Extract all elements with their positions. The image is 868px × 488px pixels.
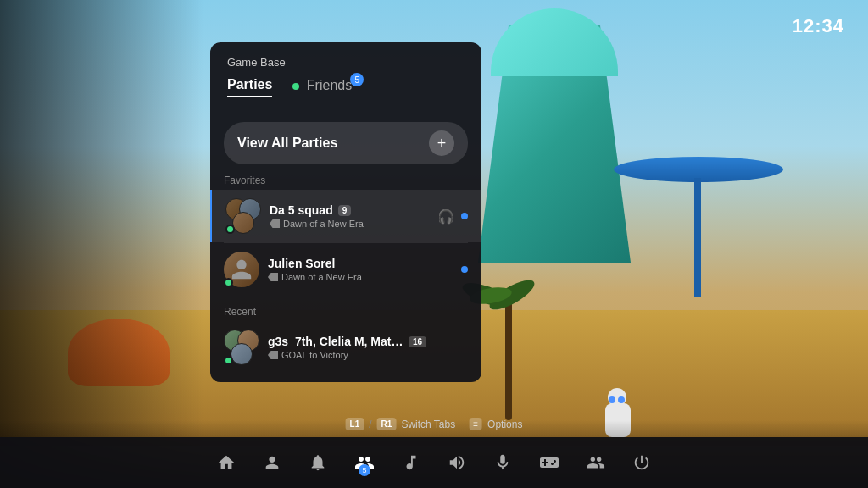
favorites-label: Favorites xyxy=(210,164,481,190)
tabs-container: Parties Friends 5 xyxy=(227,77,465,108)
bottom-hints: L1 / R1 Switch Tabs ≡ Options xyxy=(346,418,523,430)
avatar-face-3 xyxy=(232,212,254,234)
party-item-g3s[interactable]: g3s_7th, Clelia M, Mati... 16 GOAL to Vi… xyxy=(210,321,481,374)
taskbar-controller[interactable] xyxy=(539,452,559,473)
avatar-wrap-julien xyxy=(224,252,259,287)
taskbar: 5 xyxy=(0,437,868,488)
friends-badge: 5 xyxy=(350,73,364,86)
friends-online-dot xyxy=(292,83,299,90)
party-info-da5squad: Da 5 squad 9 Dawn of a New Era xyxy=(270,203,431,229)
panel-header: Game Base Parties Friends 5 xyxy=(210,42,481,108)
taskbar-notifications[interactable] xyxy=(309,453,327,472)
hint-switch-tabs: L1 / R1 Switch Tabs xyxy=(346,418,456,430)
tab-parties[interactable]: Parties xyxy=(227,77,272,97)
party-name-julien: Julien Sorel xyxy=(268,257,454,270)
online-indicator-da5squad xyxy=(461,213,468,219)
bg-carousel xyxy=(614,127,783,297)
add-party-button[interactable]: + xyxy=(429,130,454,156)
party-game-da5squad: Dawn of a New Era xyxy=(270,219,431,229)
switch-tabs-label: Switch Tabs xyxy=(401,419,455,430)
headphones-icon: 🎧 xyxy=(437,208,454,225)
view-all-label: View All Parties xyxy=(237,136,337,151)
game-icon-julien xyxy=(268,273,278,281)
taskbar-mic[interactable] xyxy=(493,453,512,472)
l1-badge: L1 xyxy=(346,418,364,430)
options-label: Options xyxy=(487,419,522,430)
tab-friends[interactable]: Friends 5 xyxy=(292,78,352,97)
gamebase-panel: Game Base Parties Friends 5 View All Par… xyxy=(210,42,481,382)
hint-sep-1: / xyxy=(369,419,371,430)
recent-label: Recent xyxy=(210,296,481,321)
game-icon-da5squad xyxy=(270,219,280,228)
party-info-julien: Julien Sorel Dawn of a New Era xyxy=(268,257,454,282)
party-actions-julien xyxy=(461,266,468,273)
clock: 12:34 xyxy=(793,15,844,37)
taskbar-music[interactable] xyxy=(402,453,420,472)
avatar-status-g3s xyxy=(224,356,233,365)
r1-badge: R1 xyxy=(377,418,397,430)
avatar-wrap-da5squad xyxy=(225,198,261,234)
party-game-julien: Dawn of a New Era xyxy=(268,272,454,282)
taskbar-icons: 5 xyxy=(0,452,868,473)
options-badge: ≡ xyxy=(469,418,482,430)
person-icon-julien xyxy=(230,258,253,281)
game-icon-g3s xyxy=(268,351,278,359)
bg-overlay-left xyxy=(0,0,203,488)
avatar-face-g3s-3 xyxy=(231,343,253,365)
panel-title: Game Base xyxy=(227,56,465,69)
party-count-g3s: 16 xyxy=(409,336,426,347)
taskbar-home[interactable] xyxy=(217,453,236,472)
taskbar-power[interactable] xyxy=(632,453,651,472)
taskbar-volume[interactable] xyxy=(448,453,466,472)
taskbar-gamebase[interactable] xyxy=(263,453,281,472)
party-actions-da5squad: 🎧 xyxy=(437,208,468,225)
hint-options: ≡ Options xyxy=(469,418,522,430)
party-game-g3s: GOAL to Victory xyxy=(268,350,468,360)
parties-badge: 5 xyxy=(359,464,370,476)
avatar-status-julien xyxy=(224,278,233,287)
party-name-da5squad: Da 5 squad 9 xyxy=(270,203,431,217)
taskbar-profile[interactable] xyxy=(587,453,605,472)
online-indicator-julien xyxy=(461,266,468,273)
party-item-julien[interactable]: Julien Sorel Dawn of a New Era xyxy=(210,243,481,296)
party-item-da5squad[interactable]: Da 5 squad 9 Dawn of a New Era 🎧 xyxy=(210,190,481,242)
avatar-online-status xyxy=(225,225,235,234)
party-info-g3s: g3s_7th, Clelia M, Mati... 16 GOAL to Vi… xyxy=(268,335,468,360)
avatar-wrap-g3s xyxy=(224,330,259,365)
view-all-parties-button[interactable]: View All Parties + xyxy=(224,122,468,164)
party-name-g3s: g3s_7th, Clelia M, Mati... 16 xyxy=(268,335,468,348)
party-count-da5squad: 9 xyxy=(338,205,352,216)
bg-dome xyxy=(491,8,618,76)
taskbar-parties[interactable]: 5 xyxy=(354,452,375,473)
